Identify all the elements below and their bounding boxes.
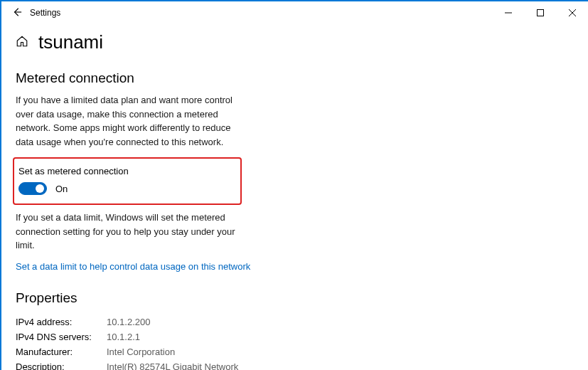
metered-heading: Metered connection — [16, 70, 574, 86]
titlebar: Settings — [1, 1, 588, 24]
property-row: IPv4 DNS servers:10.1.2.1 — [16, 329, 574, 344]
metered-toggle[interactable] — [18, 182, 47, 195]
property-label: Manufacturer: — [16, 347, 107, 357]
property-row: Manufacturer:Intel Corporation — [16, 344, 574, 359]
property-row: Description:Intel(R) 82574L Gigabit Netw… — [16, 359, 574, 371]
minimize-button[interactable] — [492, 1, 524, 24]
toggle-label: Set as metered connection — [16, 166, 235, 176]
properties-heading: Properties — [16, 290, 574, 306]
metered-description: If you have a limited data plan and want… — [16, 93, 243, 149]
data-limit-description: If you set a data limit, Windows will se… — [16, 211, 243, 253]
svg-rect-1 — [537, 10, 543, 16]
toggle-state: On — [55, 184, 68, 194]
back-button[interactable] — [7, 7, 27, 19]
maximize-button[interactable] — [524, 1, 556, 24]
home-icon — [16, 35, 28, 51]
property-label: Description: — [16, 361, 107, 371]
page-header: tsunami — [16, 31, 574, 53]
highlight-box: Set as metered connection On — [13, 157, 242, 205]
property-label: IPv4 address: — [16, 317, 107, 327]
property-value: 10.1.2.200 — [107, 317, 150, 327]
property-value: Intel(R) 82574L Gigabit Network Connecti… — [107, 361, 242, 371]
property-value: 10.1.2.1 — [107, 332, 140, 342]
window-title: Settings — [30, 8, 60, 18]
close-button[interactable] — [556, 1, 588, 24]
property-row: IPv4 address:10.1.2.200 — [16, 314, 574, 329]
property-value: Intel Corporation — [107, 347, 175, 357]
property-label: IPv4 DNS servers: — [16, 332, 107, 342]
page-title: tsunami — [38, 31, 103, 53]
set-data-limit-link[interactable]: Set a data limit to help control data us… — [16, 261, 574, 272]
